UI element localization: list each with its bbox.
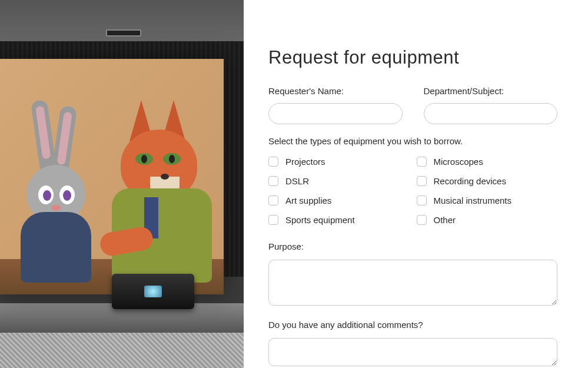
form-title: Request for equipment [268, 47, 557, 68]
comments-textarea[interactable] [268, 338, 557, 366]
checkbox-label: Other [434, 215, 456, 225]
checkbox-other[interactable] [417, 215, 427, 225]
checkbox-dslr[interactable] [268, 176, 278, 186]
checkbox-item-other: Other [417, 215, 558, 225]
comments-label: Do you have any additional comments? [268, 320, 557, 330]
checkbox-label: Art supplies [285, 195, 331, 205]
checkbox-art[interactable] [268, 195, 278, 205]
form-panel: Request for equipment Requester's Name: … [244, 0, 588, 368]
equipment-prompt: Select the types of equipment you wish t… [268, 136, 557, 146]
requester-name-input[interactable] [268, 103, 403, 124]
checkbox-microscopes[interactable] [417, 157, 427, 167]
checkbox-musical[interactable] [417, 195, 427, 205]
checkbox-item-art: Art supplies [268, 195, 407, 205]
checkbox-item-projectors: Projectors [268, 157, 407, 167]
checkbox-label: Recording devices [434, 176, 506, 186]
checkbox-item-microscopes: Microscopes [417, 157, 558, 167]
checkbox-recording[interactable] [417, 176, 427, 186]
requester-name-label: Requester's Name: [268, 86, 403, 96]
checkbox-projectors[interactable] [268, 157, 278, 167]
purpose-textarea[interactable] [268, 260, 557, 306]
department-label: Department/Subject: [424, 86, 558, 96]
checkbox-label: Microscopes [434, 157, 483, 167]
checkbox-label: DSLR [285, 176, 309, 186]
checkbox-item-sports: Sports equipment [268, 215, 407, 225]
checkbox-item-musical: Musical instruments [417, 195, 558, 205]
checkbox-sports[interactable] [268, 215, 278, 225]
hero-image [0, 0, 244, 368]
department-input[interactable] [424, 103, 558, 124]
purpose-label: Purpose: [268, 241, 557, 251]
checkbox-item-dslr: DSLR [268, 176, 407, 186]
checkbox-label: Projectors [285, 157, 325, 167]
checkbox-label: Musical instruments [434, 195, 512, 205]
checkbox-label: Sports equipment [285, 215, 355, 225]
checkbox-item-recording: Recording devices [417, 176, 558, 186]
